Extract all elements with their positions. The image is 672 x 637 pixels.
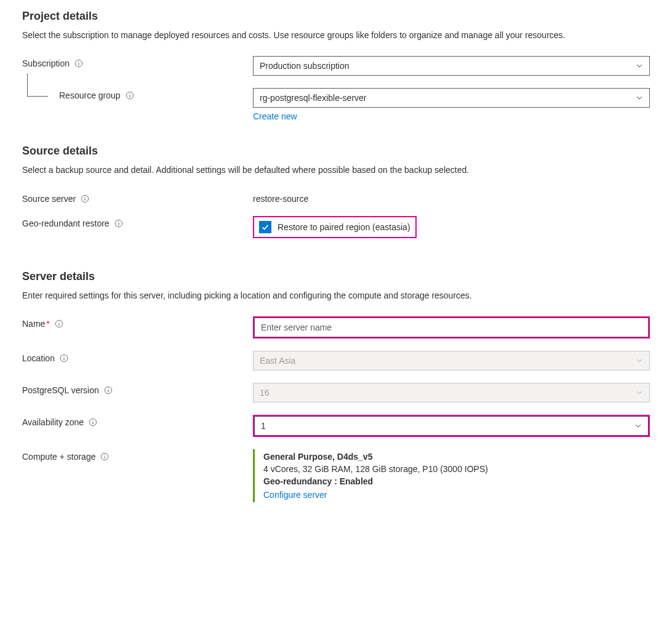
name-label-text: Name	[22, 319, 45, 329]
info-icon[interactable]	[100, 452, 109, 461]
chevron-down-icon	[636, 388, 644, 397]
location-value: East Asia	[260, 356, 295, 366]
source-server-row: Source server restore-source	[22, 191, 650, 204]
svg-point-25	[105, 455, 105, 455]
name-highlight	[253, 316, 650, 339]
geo-restore-checkbox-label: Restore to paired region (eastasia)	[278, 222, 410, 232]
tree-connector-icon	[27, 73, 48, 97]
compute-specs: 4 vCores, 32 GiB RAM, 128 GiB storage, P…	[263, 464, 650, 474]
pg-version-label-text: PostgreSQL version	[22, 385, 99, 395]
availability-zone-label-text: Availability zone	[22, 417, 84, 427]
resource-group-label-text: Resource group	[59, 90, 121, 100]
availability-zone-label: Availability zone	[22, 415, 253, 427]
compute-summary-box: General Purpose, D4ds_v5 4 vCores, 32 Gi…	[253, 449, 650, 502]
svg-point-7	[85, 196, 86, 197]
name-label: Name *	[22, 316, 253, 329]
info-icon[interactable]	[104, 386, 113, 395]
info-icon[interactable]	[74, 59, 83, 68]
required-indicator: *	[46, 319, 49, 329]
source-server-label: Source server	[22, 191, 253, 204]
resource-group-row: Resource group rg-postgresql-flexible-se…	[22, 88, 650, 121]
info-icon[interactable]	[81, 194, 89, 203]
name-input[interactable]	[254, 318, 649, 337]
geo-redundant-restore-row: Geo-redundant restore Restore to paired …	[22, 216, 650, 238]
configure-server-link[interactable]: Configure server	[263, 490, 327, 500]
svg-point-22	[93, 420, 94, 421]
availability-zone-value: 1	[261, 421, 266, 431]
geo-redundant-restore-label-text: Geo-redundant restore	[22, 218, 110, 228]
az-highlight: 1	[253, 415, 650, 437]
subscription-label-text: Subscription	[22, 58, 70, 68]
source-details-desc: Select a backup source and detail. Addit…	[22, 164, 650, 176]
subscription-value: Production subscription	[260, 61, 350, 71]
location-label: Location	[22, 351, 253, 363]
chevron-down-icon	[636, 94, 644, 102]
availability-zone-dropdown[interactable]: 1	[254, 416, 649, 436]
subscription-row: Subscription Production subscription	[22, 56, 650, 76]
info-icon[interactable]	[114, 219, 123, 228]
source-server-value: restore-source	[253, 191, 650, 204]
geo-redundant-restore-label: Geo-redundant restore	[22, 216, 253, 228]
location-label-text: Location	[22, 353, 55, 363]
pg-version-dropdown: 16	[253, 383, 650, 403]
compute-storage-row: Compute + storage General Purpose, D4ds_…	[22, 449, 650, 502]
svg-point-1	[79, 62, 79, 62]
info-icon[interactable]	[55, 319, 63, 328]
project-details-desc: Select the subscription to manage deploy…	[22, 29, 650, 41]
compute-storage-label: Compute + storage	[22, 449, 253, 462]
geo-restore-highlight: Restore to paired region (eastasia)	[253, 216, 417, 238]
source-server-label-text: Source server	[22, 194, 76, 204]
subscription-label: Subscription	[22, 56, 253, 68]
resource-group-label: Resource group	[22, 88, 253, 100]
chevron-down-icon	[636, 356, 644, 365]
chevron-down-icon	[636, 62, 644, 70]
project-details-heading: Project details	[22, 10, 650, 23]
resource-group-value: rg-postgresql-flexible-server	[260, 93, 367, 103]
availability-zone-row: Availability zone 1	[22, 415, 650, 437]
svg-point-13	[58, 322, 59, 323]
create-new-link[interactable]: Create new	[253, 111, 297, 121]
server-details-heading: Server details	[22, 270, 650, 283]
compute-storage-label-text: Compute + storage	[22, 452, 95, 462]
pg-version-value: 16	[260, 388, 270, 398]
svg-point-16	[63, 356, 64, 357]
info-icon[interactable]	[89, 418, 97, 427]
geo-restore-checkbox[interactable]	[259, 221, 271, 233]
info-icon[interactable]	[60, 354, 68, 363]
location-dropdown: East Asia	[253, 351, 650, 371]
pg-version-row: PostgreSQL version 16	[22, 383, 650, 403]
info-icon[interactable]	[126, 91, 134, 100]
resource-group-dropdown[interactable]: rg-postgresql-flexible-server	[253, 88, 650, 108]
compute-geo-redundancy: Geo-redundancy : Enabled	[263, 476, 650, 486]
subscription-dropdown[interactable]: Production subscription	[253, 56, 650, 76]
chevron-down-icon	[634, 422, 643, 430]
pg-version-label: PostgreSQL version	[22, 383, 253, 395]
source-details-heading: Source details	[22, 145, 650, 158]
server-details-desc: Enter required settings for this server,…	[22, 289, 650, 302]
name-row: Name *	[22, 316, 650, 339]
svg-point-4	[129, 94, 130, 94]
location-row: Location East Asia	[22, 351, 650, 371]
compute-sku-title: General Purpose, D4ds_v5	[263, 452, 650, 462]
svg-point-10	[118, 221, 119, 222]
svg-point-19	[108, 388, 108, 389]
